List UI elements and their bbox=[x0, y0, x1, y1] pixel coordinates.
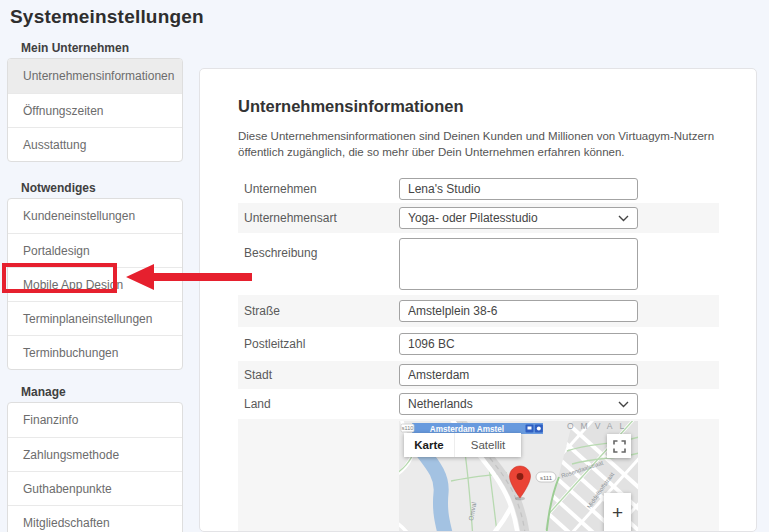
form-row-postleitzahl: Postleitzahl bbox=[238, 327, 719, 361]
land-label: Land bbox=[238, 397, 399, 411]
settings-sidebar: Mein Unternehmen Unternehmensinformation… bbox=[7, 38, 183, 532]
satellite-view-button[interactable]: Satellit bbox=[454, 433, 521, 457]
unternehmensart-selected-value: Yoga- oder Pilatesstudio bbox=[408, 211, 538, 225]
map-view-button[interactable]: Karte bbox=[404, 433, 454, 457]
area-label: OMVAL bbox=[567, 421, 631, 431]
form-row-beschreibung: Beschreibung bbox=[238, 233, 719, 295]
system-settings-page: Systemeinstellungen Mein Unternehmen Unt… bbox=[0, 0, 769, 532]
sidebar-item-zahlungsmethode[interactable]: Zahlungsmethode bbox=[8, 437, 182, 471]
sidebar-item-guthabenpunkte[interactable]: Guthabenpunkte bbox=[8, 471, 182, 505]
sidebar-item-kundeneinstellungen[interactable]: Kundeneinstellungen bbox=[8, 199, 182, 233]
fullscreen-icon bbox=[613, 440, 626, 453]
route-badge-s110: s110 bbox=[402, 425, 414, 431]
sidebar-item-oeffnungszeiten[interactable]: Öffnungszeiten bbox=[8, 93, 182, 127]
unternehmen-label: Unternehmen bbox=[238, 182, 399, 196]
sidebar-item-mobile-app-design[interactable]: Mobile App Design bbox=[8, 267, 182, 301]
strasse-label: Straße bbox=[238, 304, 399, 318]
postleitzahl-label: Postleitzahl bbox=[238, 337, 399, 351]
page-title: Systemeinstellungen bbox=[10, 6, 204, 28]
unternehmensart-select[interactable]: Yoga- oder Pilatesstudio bbox=[399, 207, 638, 229]
sidebar-list-mein-unternehmen: Unternehmensinformationen Öffnungszeiten… bbox=[7, 58, 183, 162]
sidebar-item-mitgliedschaften[interactable]: Mitgliedschaften bbox=[8, 505, 182, 532]
chevron-down-icon bbox=[618, 215, 629, 222]
stadt-input[interactable] bbox=[399, 364, 638, 386]
map-zoom-control: + − bbox=[604, 493, 631, 532]
sidebar-item-terminbuchungen[interactable]: Terminbuchungen bbox=[8, 335, 182, 369]
beschreibung-label: Beschreibung bbox=[238, 233, 399, 260]
card-description: Diese Unternehmensinformationen sind Dei… bbox=[238, 129, 730, 160]
fullscreen-button[interactable] bbox=[607, 434, 631, 458]
form-row-unternehmen: Unternehmen bbox=[238, 175, 719, 203]
sidebar-section-title-manage: Manage bbox=[7, 382, 183, 402]
stadt-label: Stadt bbox=[238, 368, 399, 382]
land-selected-value: Netherlands bbox=[408, 397, 473, 411]
unternehmensart-label: Unternehmensart bbox=[238, 211, 399, 225]
sidebar-list-notwendiges: Kundeneinstellungen Portaldesign Mobile … bbox=[7, 198, 183, 370]
form-row-strasse: Straße bbox=[238, 295, 719, 327]
sidebar-section-title-mein-unternehmen: Mein Unternehmen bbox=[7, 38, 183, 58]
sidebar-item-portaldesign[interactable]: Portaldesign bbox=[8, 233, 182, 267]
company-info-card: Unternehmensinformationen Diese Unterneh… bbox=[199, 68, 757, 532]
postleitzahl-input[interactable] bbox=[399, 333, 638, 355]
form-row-stadt: Stadt bbox=[238, 361, 719, 389]
sidebar-item-finanzinfo[interactable]: Finanzinfo bbox=[8, 403, 182, 437]
land-select[interactable]: Netherlands bbox=[399, 393, 638, 415]
form-row-map: s110 Amsterdam Amstel OMVAL s111 Rosenda… bbox=[238, 419, 719, 532]
chevron-down-icon bbox=[618, 401, 629, 408]
map-type-control: Karte Satellit bbox=[404, 433, 521, 457]
beschreibung-textarea[interactable] bbox=[399, 238, 638, 290]
form-row-unternehmensart: Unternehmensart Yoga- oder Pilatesstudio bbox=[238, 203, 719, 233]
strasse-input[interactable] bbox=[399, 300, 638, 322]
form-row-land: Land Netherlands bbox=[238, 389, 719, 419]
card-heading: Unternehmensinformationen bbox=[238, 97, 464, 116]
sidebar-section-title-notwendiges: Notwendiges bbox=[7, 178, 183, 198]
sidebar-item-ausstattung[interactable]: Ausstattung bbox=[8, 127, 182, 161]
sidebar-item-terminplaneinstellungen[interactable]: Terminplaneinstellungen bbox=[8, 301, 182, 335]
unternehmen-input[interactable] bbox=[399, 178, 638, 200]
zoom-in-button[interactable]: + bbox=[604, 493, 631, 532]
route-badge-s111: s111 bbox=[540, 475, 553, 481]
location-map-canvas[interactable]: s110 Amsterdam Amstel OMVAL s111 Rosenda… bbox=[399, 421, 638, 532]
sidebar-item-unternehmensinformationen[interactable]: Unternehmensinformationen bbox=[8, 59, 182, 93]
map-label bbox=[238, 419, 399, 432]
sidebar-list-manage: Finanzinfo Zahlungsmethode Guthabenpunkt… bbox=[7, 402, 183, 532]
company-info-form: Unternehmen Unternehmensart Yoga- oder P… bbox=[238, 175, 719, 532]
